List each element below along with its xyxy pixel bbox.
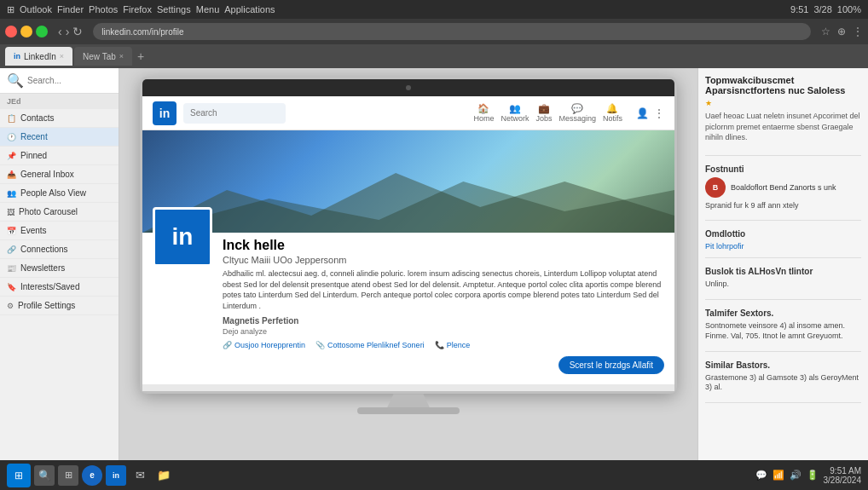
profile-card-area: in Inck helle Cltyuc Maiii UOo Jepperson… bbox=[142, 233, 674, 384]
tab-newtab-close[interactable]: × bbox=[119, 52, 124, 61]
taskbar-start-button[interactable]: ⊞ bbox=[7, 464, 31, 487]
linkedin-profile-icon[interactable]: 👤 bbox=[636, 107, 649, 119]
sidebar-item-recent-label: Recent bbox=[20, 132, 48, 141]
right-panel-description: Uaef heoac Luat neletn insunet Apcorimet… bbox=[705, 111, 861, 143]
linkedin-work-icon[interactable]: ⋮ bbox=[654, 107, 664, 119]
menu-applications[interactable]: Applications bbox=[224, 4, 275, 14]
tab-linkedin-close[interactable]: × bbox=[60, 52, 64, 61]
linkedin-nav-actions: 👤 ⋮ bbox=[636, 107, 664, 119]
linkedin-nav-network[interactable]: 👥Network bbox=[501, 103, 529, 123]
profile-connect-button[interactable]: Scerst le brzdgs Allafit bbox=[558, 356, 664, 374]
sidebar-item-5[interactable]: 📰 Newsletters bbox=[0, 259, 119, 278]
browser-nav: ‹ › ↻ bbox=[58, 25, 83, 38]
sidebar-item-contacts[interactable]: 📋 Contacts bbox=[0, 109, 119, 128]
sidebar-contacts-icon: 📋 bbox=[7, 114, 16, 123]
monitor-stand bbox=[387, 394, 430, 407]
profile-subtitle: Magnetis Perfetion bbox=[223, 316, 298, 326]
browser-forward-button[interactable]: › bbox=[66, 25, 70, 38]
tab-newtab-label: New Tab bbox=[83, 52, 116, 61]
right-item-1-0[interactable]: Pit lohrpofir bbox=[705, 242, 861, 251]
right-section-heading-1: Omdlottio bbox=[705, 229, 861, 239]
sidebar-item-3-icon: 📅 bbox=[7, 227, 16, 235]
browser-bookmark-icon[interactable]: ☆ bbox=[821, 26, 830, 37]
menu-firefox[interactable]: Firefox bbox=[123, 4, 152, 14]
profile-link-0[interactable]: 🔗 Ousjoo Horepprentin bbox=[223, 341, 305, 349]
menu-finder[interactable]: Finder bbox=[57, 4, 84, 14]
linkedin-nav-jobs[interactable]: 💼Jobs bbox=[535, 103, 552, 123]
profile-link-1[interactable]: 📎 Cottosome Plenliknef Soneri bbox=[315, 341, 425, 349]
os-battery: 100% bbox=[837, 4, 861, 14]
os-top-bar: ⊞ Outlook Finder Photos Firefox Settings… bbox=[0, 0, 868, 19]
taskbar-tray-wifi-icon[interactable]: 📶 bbox=[773, 470, 784, 481]
right-item-0-1: Spranid fur k 9 aff ann xtely bbox=[705, 201, 861, 211]
browser-back-button[interactable]: ‹ bbox=[58, 25, 62, 38]
sidebar-item-4-label: Connections bbox=[20, 245, 68, 254]
taskbar-linkedin-icon[interactable]: in bbox=[106, 465, 126, 486]
taskbar-taskview-icon[interactable]: ⊞ bbox=[58, 465, 78, 486]
menu-settings[interactable]: Settings bbox=[157, 4, 191, 14]
browser-extension-icon[interactable]: ⊕ bbox=[837, 26, 846, 37]
os-time: 9:51 bbox=[790, 4, 808, 14]
browser-minimize-button[interactable] bbox=[20, 26, 32, 37]
linkedin-logo: in bbox=[153, 101, 176, 125]
profile-position-section: Magnetis Perfetion Dejo analyze bbox=[223, 316, 298, 336]
tab-newtab[interactable]: New Tab × bbox=[74, 47, 132, 66]
sidebar-item-recent[interactable]: 🕐 Recent bbox=[0, 128, 119, 147]
browser-address-bar[interactable]: linkedin.com/in/profile bbox=[93, 23, 811, 40]
browser-actions: ☆ ⊕ ⋮ bbox=[821, 26, 863, 37]
linkedin-nav-home[interactable]: 🏠Home bbox=[473, 103, 494, 123]
taskbar-time-display: 9:51 AM 3/28/2024 bbox=[824, 466, 862, 485]
sidebar-item-2-icon: 🖼 bbox=[7, 208, 14, 216]
sidebar-search-input[interactable] bbox=[27, 76, 112, 85]
browser-close-button[interactable] bbox=[5, 26, 17, 37]
taskbar-tray-volume-icon[interactable]: 🔊 bbox=[790, 470, 801, 481]
sidebar-search[interactable]: 🔍 bbox=[0, 68, 119, 94]
apple-icon[interactable]: ⊞ bbox=[7, 4, 14, 15]
sidebar-item-4[interactable]: 🔗 Connections bbox=[0, 240, 119, 259]
right-avatar-row-0: B Boaldoflort Bend Zanorts s unk bbox=[705, 177, 861, 198]
browser-refresh-button[interactable]: ↻ bbox=[72, 25, 83, 38]
linkedin-nav-messaging[interactable]: 💬Messaging bbox=[558, 103, 596, 123]
taskbar-search-glass-icon: 🔍 bbox=[38, 470, 51, 481]
os-top-bar-left: ⊞ Outlook Finder Photos Firefox Settings… bbox=[7, 4, 275, 15]
profile-link-2[interactable]: 📞 Plence bbox=[435, 341, 471, 349]
new-tab-button[interactable]: + bbox=[137, 49, 144, 63]
browser-url: linkedin.com/in/profile bbox=[101, 27, 183, 37]
taskbar-tray-battery-icon[interactable]: 🔋 bbox=[807, 470, 819, 481]
sidebar-item-0[interactable]: 📥 General Inbox bbox=[0, 165, 119, 184]
profile-info: Inck helle Cltyuc Maiii UOo Jeppersonm A… bbox=[223, 238, 664, 349]
menu-outlook[interactable]: Outlook bbox=[20, 4, 52, 14]
monitor-frame: in 🏠Home 👥Network 💼Jobs 💬Messaging 🔔Noti… bbox=[140, 77, 677, 394]
taskbar-folder-icon[interactable]: 📁 bbox=[153, 465, 174, 486]
sidebar-pinned-icon: 📌 bbox=[7, 152, 16, 160]
taskbar-mail-icon[interactable]: ✉ bbox=[130, 465, 150, 486]
sidebar-item-pinned[interactable]: 📌 Pinned bbox=[0, 147, 119, 165]
profile-banner bbox=[142, 130, 674, 233]
sidebar-item-6[interactable]: 🔖 Interests/Saved bbox=[0, 278, 119, 297]
taskbar-taskview-glyph-icon: ⊞ bbox=[65, 470, 72, 481]
sidebar-item-2[interactable]: 🖼 Photo Carousel bbox=[0, 203, 119, 222]
sidebar-item-7-icon: ⚙ bbox=[7, 302, 14, 310]
taskbar-browser-icon[interactable]: e bbox=[82, 465, 102, 486]
right-section-fostnunti: Fostnunti B Boaldoflort Bend Zanorts s u… bbox=[705, 164, 861, 222]
taskbar-time: 9:51 AM bbox=[830, 466, 861, 476]
right-item-3-0: Sontnomete veinsore 4) al insome amen. F… bbox=[705, 321, 861, 341]
linkedin-search-input[interactable] bbox=[183, 103, 286, 124]
tab-linkedin-icon: in bbox=[14, 52, 20, 61]
taskbar-tray: 💬 📶 🔊 🔋 9:51 AM 3/28/2024 bbox=[755, 466, 862, 485]
browser-menu-icon[interactable]: ⋮ bbox=[853, 26, 863, 37]
sidebar-item-7[interactable]: ⚙ Profile Settings bbox=[0, 297, 119, 315]
tab-linkedin[interactable]: in LinkedIn × bbox=[5, 47, 72, 66]
taskbar-tray-chat-icon[interactable]: 💬 bbox=[755, 470, 767, 481]
profile-name: Inck helle bbox=[223, 238, 664, 253]
taskbar-search-icon[interactable]: 🔍 bbox=[34, 465, 55, 486]
linkedin-nav-notifications[interactable]: 🔔Notifs bbox=[603, 103, 622, 123]
sidebar-item-1[interactable]: 👥 People Also View bbox=[0, 184, 119, 203]
sidebar-item-3[interactable]: 📅 Events bbox=[0, 222, 119, 240]
sidebar-item-1-icon: 👥 bbox=[7, 189, 16, 198]
right-section-heading-0: Fostnunti bbox=[705, 164, 861, 174]
browser-maximize-button[interactable] bbox=[36, 26, 48, 37]
menu-menu[interactable]: Menu bbox=[196, 4, 220, 14]
sidebar-item-5-icon: 📰 bbox=[7, 264, 16, 273]
menu-photos[interactable]: Photos bbox=[89, 4, 118, 14]
